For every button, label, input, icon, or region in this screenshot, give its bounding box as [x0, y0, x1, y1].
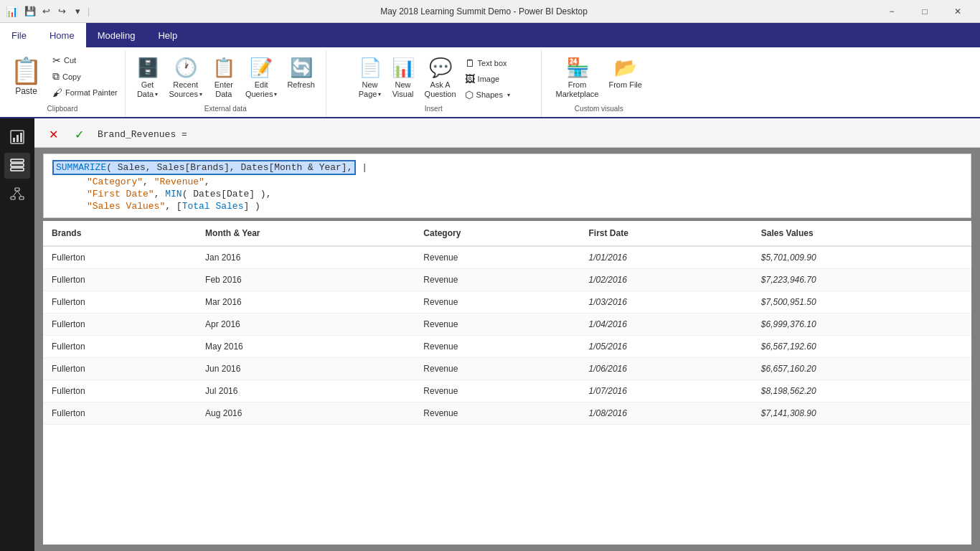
new-page-button[interactable]: 📄 NewPage▾	[354, 53, 386, 102]
get-data-label: GetData▾	[137, 80, 158, 99]
svg-rect-8	[11, 197, 15, 199]
recent-sources-label: RecentSources▾	[169, 80, 202, 99]
from-marketplace-button[interactable]: 🏪 FromMarketplace	[552, 53, 603, 102]
ask-question-label: Ask AQuestion	[425, 80, 456, 99]
menu-modeling[interactable]: Modeling	[86, 23, 147, 47]
recent-sources-button[interactable]: 🕐 RecentSources▾	[165, 53, 207, 102]
table-row[interactable]: Fullerton Jan 2016 Revenue 1/01/2016 $5,…	[43, 246, 971, 269]
ask-question-icon: 💬	[429, 56, 452, 79]
custom-visuals-items: 🏪 FromMarketplace 📂 From File	[552, 53, 646, 102]
formula-confirm-button[interactable]: ✓	[69, 124, 89, 144]
cell-sales-values: $6,567,192.60	[753, 336, 971, 358]
cell-category: Revenue	[415, 358, 580, 380]
code-line-1: SUMMARIZE( Sales, Sales[Brands], Dates[M…	[52, 160, 962, 175]
code-sv-key: "Sales Values"	[87, 201, 165, 212]
code-sv-sep: , [	[165, 201, 182, 212]
code-rev-val: "Revenue"	[154, 176, 204, 187]
format-painter-button[interactable]: 🖌 Format Painter	[50, 85, 121, 100]
cell-category: Revenue	[415, 402, 580, 425]
quick-access-toolbar: 💾 ↩ ↪ ▾	[23, 4, 85, 19]
table-row[interactable]: Fullerton Aug 2016 Revenue 1/08/2016 $7,…	[43, 402, 971, 425]
copy-button[interactable]: ⧉ Copy	[50, 69, 121, 84]
code-cat-key: "Category"	[87, 176, 143, 187]
cut-button[interactable]: ✂ Cut	[50, 53, 121, 67]
enter-data-button[interactable]: 📋 EnterData	[208, 53, 240, 102]
text-box-button[interactable]: 🗒 Text box	[462, 56, 513, 70]
table-row[interactable]: Fullerton May 2016 Revenue 1/05/2016 $6,…	[43, 336, 971, 358]
shapes-button[interactable]: ⬡ Shapes ▾	[462, 88, 513, 102]
code-line-2: "Category", "Revenue",	[52, 176, 962, 187]
table-row[interactable]: Fullerton Mar 2016 Revenue 1/03/2016 $7,…	[43, 291, 971, 314]
cell-first-date: 1/06/2016	[580, 358, 753, 380]
code-line-4: "Sales Values", [Total Sales] )	[52, 201, 962, 212]
formula-cancel-button[interactable]: ✕	[43, 124, 63, 144]
svg-rect-7	[15, 188, 19, 191]
menu-home[interactable]: Home	[38, 23, 86, 47]
sidebar-report-icon[interactable]	[4, 124, 30, 150]
new-page-icon: 📄	[359, 56, 382, 79]
cell-brand: Fullerton	[43, 380, 197, 402]
redo-button[interactable]: ↪	[55, 4, 69, 19]
image-button[interactable]: 🖼 Image	[462, 72, 513, 86]
maximize-button[interactable]: □	[908, 0, 941, 23]
get-data-button[interactable]: 🗄️ GetData▾	[132, 53, 164, 102]
ribbon: 📋 Paste ✂ Cut ⧉ Copy 🖌 Format Painter C	[0, 47, 980, 118]
refresh-icon: 🔄	[290, 56, 313, 79]
cell-month-year: Mar 2016	[197, 291, 415, 314]
table-header: Brands Month & Year Category First Date …	[43, 221, 971, 246]
formula-area: ✕ ✓ Brand_Revenues =	[34, 118, 980, 148]
cell-month-year: Feb 2016	[197, 269, 415, 291]
svg-rect-6	[11, 168, 24, 171]
cell-category: Revenue	[415, 246, 580, 269]
paste-button[interactable]: 📋 Paste	[4, 53, 48, 99]
code-line-3: "First Date", MIN( Dates[Date] ),	[52, 189, 962, 199]
menu-help[interactable]: Help	[146, 23, 189, 47]
code-comma1: ,	[143, 176, 154, 187]
refresh-button[interactable]: 🔄 Refresh	[283, 53, 319, 93]
edit-queries-button[interactable]: 📝 EditQueries▾	[241, 53, 282, 102]
code-cursor: |	[362, 162, 367, 173]
table-row[interactable]: Fullerton Jun 2016 Revenue 1/06/2016 $6,…	[43, 358, 971, 380]
ask-question-button[interactable]: 💬 Ask AQuestion	[420, 53, 461, 102]
menu-bar: File Home Modeling Help	[0, 23, 980, 47]
text-box-label: Text box	[478, 59, 507, 67]
code-comma2: ,	[204, 176, 210, 187]
undo-button[interactable]: ↩	[39, 4, 53, 19]
clipboard-small-buttons: ✂ Cut ⧉ Copy 🖌 Format Painter	[50, 53, 121, 100]
code-fd-args: ( Dates[Date] ),	[182, 189, 272, 199]
table-row[interactable]: Fullerton Apr 2016 Revenue 1/04/2016 $6,…	[43, 314, 971, 336]
minimize-button[interactable]: −	[875, 0, 908, 23]
enter-data-label: EnterData	[215, 80, 233, 99]
code-editor[interactable]: SUMMARIZE( Sales, Sales[Brands], Dates[M…	[43, 154, 971, 218]
title-separator: |	[88, 6, 90, 17]
sidebar-data-icon[interactable]	[4, 153, 30, 179]
window-title: May 2018 Learning Summit Demo - Power BI…	[93, 6, 875, 17]
col-month-year: Month & Year	[197, 221, 415, 246]
custom-visuals-group: 🏪 FromMarketplace 📂 From File Custom vis…	[542, 50, 656, 117]
sidebar-model-icon[interactable]	[4, 182, 30, 207]
custom-visuals-label: Custom visuals	[575, 102, 623, 114]
shapes-label: Shapes	[476, 90, 503, 99]
col-category: Category	[415, 221, 580, 246]
code-summarize: SUMMARIZE	[56, 162, 106, 173]
from-marketplace-icon: 🏪	[566, 56, 589, 79]
svg-rect-4	[11, 159, 24, 162]
close-button[interactable]: ✕	[941, 0, 974, 23]
from-file-button[interactable]: 📂 From File	[604, 53, 646, 93]
left-sidebar	[0, 118, 34, 551]
cell-sales-values: $6,657,160.20	[753, 358, 971, 380]
menu-file[interactable]: File	[0, 23, 38, 47]
svg-rect-1	[13, 138, 15, 142]
save-button[interactable]: 💾	[23, 4, 37, 19]
recent-sources-icon: 🕐	[174, 56, 197, 79]
quick-access-dropdown[interactable]: ▾	[70, 4, 85, 19]
formula-bar: ✕ ✓ Brand_Revenues =	[43, 124, 971, 144]
cell-month-year: Apr 2016	[197, 314, 415, 336]
clipboard-group: 📋 Paste ✂ Cut ⧉ Copy 🖌 Format Painter C	[0, 50, 126, 117]
new-visual-button[interactable]: 📊 NewVisual	[387, 53, 419, 102]
table-row[interactable]: Fullerton Feb 2016 Revenue 1/02/2016 $7,…	[43, 269, 971, 291]
insert-label: Insert	[425, 102, 443, 114]
from-file-icon: 📂	[614, 56, 637, 79]
cell-first-date: 1/02/2016	[580, 269, 753, 291]
table-row[interactable]: Fullerton Jul 2016 Revenue 1/07/2016 $8,…	[43, 380, 971, 402]
